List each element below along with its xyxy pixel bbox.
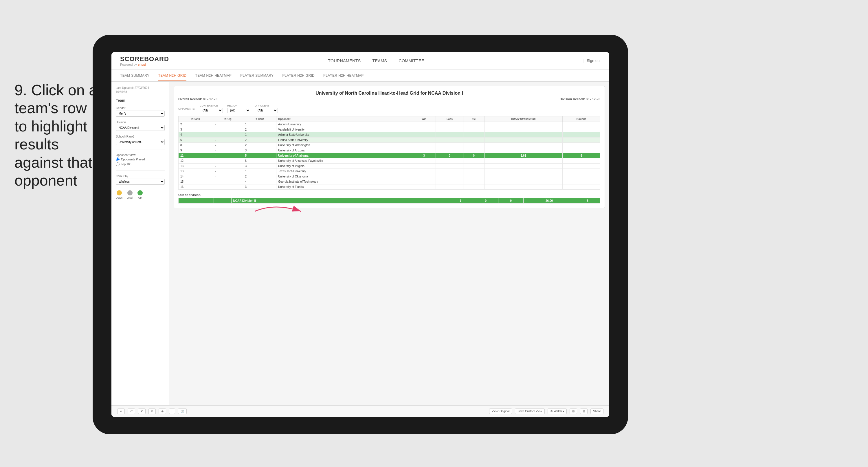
cell-diff [484,127,562,132]
cell-win [412,164,436,169]
division-select[interactable]: NCAA Division I [116,125,165,131]
nav-tournaments[interactable]: TOURNAMENTS [328,58,361,63]
ood-conf [214,198,231,204]
save-custom-view-button[interactable]: Save Custom View [515,409,545,414]
region-filter-select[interactable]: (All) [227,108,250,113]
grid-button[interactable]: ⊞ [580,409,588,414]
logo-powered: Powered by clippi [120,63,169,66]
col-loss: Loss [436,116,463,122]
overall-record-label: Overall Record: [178,97,202,101]
table-row[interactable]: 3-2Vanderbilt University [179,127,600,132]
overall-record: Overall Record: 89 - 17 - 0 [178,97,217,101]
tab-team-h2h-heatmap[interactable]: TEAM H2H HEATMAP [195,74,231,81]
tab-team-h2h-grid[interactable]: TEAM H2H GRID [158,74,186,81]
cell-win [412,174,436,179]
grid-area: University of North Carolina Head-to-Hea… [169,82,609,405]
cell-rounds [563,143,600,148]
colour-by-select[interactable]: Win/loss [116,179,165,185]
radio-top100[interactable]: Top 100 [116,163,165,166]
table-row[interactable]: 9-3University of Arizona [179,148,600,153]
grid-records: Overall Record: 89 - 17 - 0 Division Rec… [178,97,600,101]
cell-reg: - [213,143,243,148]
col-opponent: Opponent [276,116,412,122]
cell-tie [463,174,484,179]
grid-card: University of North Carolina Head-to-Hea… [174,86,605,208]
cell-rank: 13 [179,164,213,169]
cell-tie [463,127,484,132]
nav-committee[interactable]: COMMITTEE [399,58,424,63]
school-label: School (Rank) [116,135,165,138]
cell-win [412,127,436,132]
table-row[interactable]: 16-3University of Florida [179,184,600,189]
cell-rounds [563,148,600,153]
cell-diff [484,169,562,174]
legend-up-label: Up [138,196,142,199]
tab-team-summary[interactable]: TEAM SUMMARY [120,74,149,81]
cell-conf: 2 [243,143,276,148]
conference-filter-label: Conference [200,104,223,107]
out-of-division-section: Out of division NCAA Division II 1 0 [178,193,600,204]
copy-button[interactable]: ⧉ [149,409,156,414]
ood-row[interactable]: NCAA Division II 1 0 0 26.00 3 [179,198,600,204]
view-original-button[interactable]: View: Original [489,409,512,414]
paste-button[interactable]: ⊕ [159,409,166,414]
cell-loss [436,174,463,179]
cell-win [412,122,436,127]
undo-button[interactable]: ↩ [117,409,125,414]
opponent-filter-select[interactable]: (All) [255,108,278,113]
cell-loss [436,158,463,164]
tablet-device: SCOREBOARD Powered by clippi TOURNAMENTS… [93,35,628,434]
cell-win [412,158,436,164]
conference-filter: Conference (All) [200,104,223,113]
table-row[interactable]: 4-1Arizona State University [179,132,600,138]
cell-opponent: University of Washington [276,143,412,148]
table-row[interactable]: 14-2University of Oklahoma [179,174,600,179]
table-row[interactable]: 6-2Florida State University [179,138,600,143]
school-select[interactable]: University of Nort... [116,139,165,145]
screen-button[interactable]: ⊡ [569,409,577,414]
conference-filter-select[interactable]: (All) [200,108,223,113]
cell-opponent: Georgia Institute of Technology [276,179,412,184]
cell-rank: 9 [179,148,213,153]
tab-player-summary[interactable]: PLAYER SUMMARY [240,74,274,81]
cell-tie [463,169,484,174]
cell-tie [463,184,484,189]
nav-teams[interactable]: TEAMS [372,58,387,63]
cell-rounds [563,132,600,138]
col-win: Win [412,116,436,122]
tab-player-h2h-heatmap[interactable]: PLAYER H2H HEATMAP [323,74,364,81]
legend-level-dot [127,190,132,196]
table-row[interactable]: 13-3University of Virginia [179,164,600,169]
table-row[interactable]: 8-2University of Washington [179,143,600,148]
table-row[interactable]: 11-5University of Alabama3002.618 [179,153,600,158]
sign-out-link[interactable]: Sign out [587,58,600,63]
cell-loss [436,184,463,189]
clock-button[interactable]: 🕐 [178,409,187,414]
cell-reg: - [213,164,243,169]
col-diff: Diff Av Strokes/Rnd [484,116,562,122]
separator-button[interactable]: | [169,409,175,414]
region-filter: Region (All) [227,104,250,113]
cell-loss [436,169,463,174]
division-label: Division [116,121,165,124]
out-of-division-title: Out of division [178,193,600,197]
undo2-button[interactable]: ↶ [138,409,146,414]
cell-tie [463,122,484,127]
watch-button[interactable]: 👁 Watch ▾ [548,409,567,414]
table-row[interactable]: 2-1Auburn University [179,122,600,127]
legend-down-dot [117,190,122,196]
redo-button[interactable]: ↺ [128,409,135,414]
gender-select[interactable]: Men's [116,111,165,117]
logo-brand: clippi [138,63,146,66]
cell-diff: 2.61 [484,153,562,158]
tab-player-h2h-grid[interactable]: PLAYER H2H GRID [282,74,315,81]
cell-opponent: University of Arkansas, Fayetteville [276,158,412,164]
share-button[interactable]: Share [590,409,603,414]
radio-opponents-played[interactable]: Opponents Played [116,157,165,161]
table-row[interactable]: 12-6University of Arkansas, Fayetteville [179,158,600,164]
table-row[interactable]: 15-4Georgia Institute of Technology [179,179,600,184]
table-row[interactable]: 13-1Texas Tech University [179,169,600,174]
cell-reg: - [213,148,243,153]
opponent-view-group: Opponents Played Top 100 [116,157,165,166]
cell-tie [463,132,484,138]
